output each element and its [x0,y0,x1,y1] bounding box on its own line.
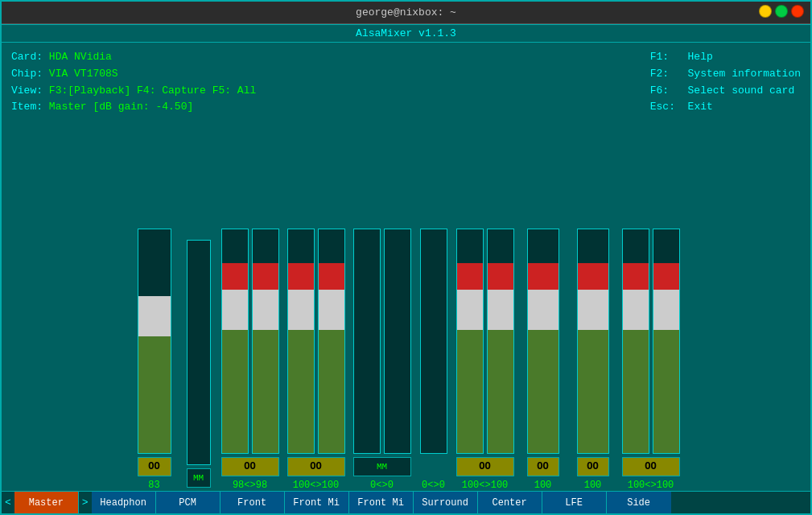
nav-right-arrow[interactable]: > [79,492,92,513]
fader-front-r[interactable] [318,229,345,454]
f1-label: F1: [650,51,669,63]
esc-info: Esc: Exit [650,99,801,116]
view-label: View: [11,84,43,97]
front-faders [287,229,345,454]
fader-frontmic1-l[interactable] [353,229,381,454]
fader-surround-r[interactable] [487,229,514,454]
fader-center-red [528,263,559,290]
info-right: F1: Help F2: System information F6: Sele… [650,49,801,116]
fader-side-r[interactable] [653,229,680,454]
item-label: Item: [11,101,43,113]
info-left: Card: HDA NVidia Chip: VIA VT1708S View:… [11,49,256,116]
chip-label: Chip: [11,68,43,80]
channel-master: OO 83 [130,229,179,491]
view-info: View: F3:[Playback] F4: Capture F5: All [11,83,256,100]
channel-headphone: MM [181,240,216,491]
mute-pcm[interactable]: OO [221,457,279,476]
info-section: Card: HDA NVidia Chip: VIA VT1708S View:… [2,43,810,122]
chip-value: VIA VT1708S [49,68,118,80]
value-surround: 100<>100 [462,480,509,491]
f6-value: Select sound card [688,84,795,97]
fader-frontmic2[interactable] [420,229,447,454]
f2-label: F2: [650,68,669,80]
fader-side-l-white [623,290,649,330]
fader-center[interactable] [527,229,559,454]
fader-headphone[interactable] [187,240,211,465]
minimize-button[interactable] [759,5,772,18]
bottom-label-lfe[interactable]: LFE [542,492,607,513]
fader-front-l-red [288,263,314,290]
fader-lfe-green [578,330,608,453]
mute-surround[interactable]: OO [456,457,514,476]
value-frontmic1: 0<>0 [370,480,394,491]
bottom-label-front[interactable]: Front [221,492,285,513]
bottom-label-frontmic2[interactable]: Front Mi [349,492,414,513]
f2-info: F2: System information [650,66,801,83]
close-button[interactable] [791,5,804,18]
fader-side-l-red [623,263,649,290]
mute-front[interactable]: OO [287,457,345,476]
fader-frontmic1-r[interactable] [384,229,411,454]
os-title-text: george@nixbox: ~ [356,6,456,19]
f6-info: F6: Select sound card [650,83,801,100]
channel-surround: OO 100<>100 [453,229,517,491]
item-info: Item: Master [dB gain: -4.50] [11,99,256,116]
bottom-label-frontmic1[interactable]: Front Mi [285,492,349,513]
fader-front-l[interactable] [287,229,315,454]
fader-center-green [528,330,559,453]
fader-pcm-l-green [222,330,248,453]
fader-front-r-red [319,263,344,290]
fader-surround-l[interactable] [456,229,484,454]
esc-label: Esc: [650,101,675,113]
card-info: Card: HDA NVidia [11,49,256,66]
fader-side-r-red [653,263,679,290]
fader-center-white [528,290,559,330]
chip-info: Chip: VIA VT1708S [11,66,256,83]
value-master: 83 [148,480,159,491]
value-side: 100<>100 [628,480,674,491]
fader-pcm-r-white [253,290,278,330]
mute-master[interactable]: OO [138,457,171,476]
bottom-label-headphone[interactable]: Headphon [92,492,156,513]
bottom-label-side[interactable]: Side [607,492,671,513]
channel-pcm: OO 98<>98 [218,229,282,491]
window-controls [759,5,804,18]
bottom-label-surround[interactable]: Surround [414,492,478,513]
fader-front-l-green [288,330,314,453]
channel-front: OO 100<>100 [284,229,348,491]
nav-left-arrow[interactable]: < [2,492,14,513]
fader-surround-l-green [457,330,483,453]
fader-pcm-r-red [253,263,278,290]
fader-front-r-green [319,330,344,453]
channel-frontmic1: MM 0<>0 [350,229,414,491]
fader-master[interactable] [138,229,171,454]
fader-surround-l-white [457,290,483,330]
fader-side-r-green [653,330,679,453]
fader-lfe[interactable] [577,229,609,454]
mute-lfe[interactable]: OO [577,457,609,476]
bottom-label-master[interactable]: Master [14,492,79,513]
fader-pcm-r[interactable] [252,229,279,454]
mute-headphone[interactable]: MM [187,468,211,488]
maximize-button[interactable] [775,5,788,18]
channel-center: OO 100 [519,229,567,491]
fader-front-r-white [319,290,344,330]
bottom-bar: < Master > Headphon PCM Front Front Mi F… [2,491,810,513]
fader-side-l[interactable] [622,229,649,454]
fader-pcm-l[interactable] [221,229,249,454]
app-title: AlsaMixer v1.1.3 [356,27,456,39]
card-label: Card: [11,51,43,63]
fader-pcm-l-white [222,290,248,330]
bottom-label-pcm[interactable]: PCM [156,492,221,513]
fader-surround-r-green [488,330,513,453]
mute-center[interactable]: OO [527,457,559,476]
bottom-label-center[interactable]: Center [478,492,542,513]
channel-lfe: OO 100 [569,229,617,491]
fader-side-l-green [623,330,649,453]
mute-frontmic1[interactable]: MM [353,457,411,476]
mute-side[interactable]: OO [622,457,680,476]
channel-frontmic2: 0<>0 [416,229,451,491]
fader-side-r-white [653,290,679,330]
card-value: HDA NVidia [49,51,112,63]
frontmic1-faders [353,229,411,454]
